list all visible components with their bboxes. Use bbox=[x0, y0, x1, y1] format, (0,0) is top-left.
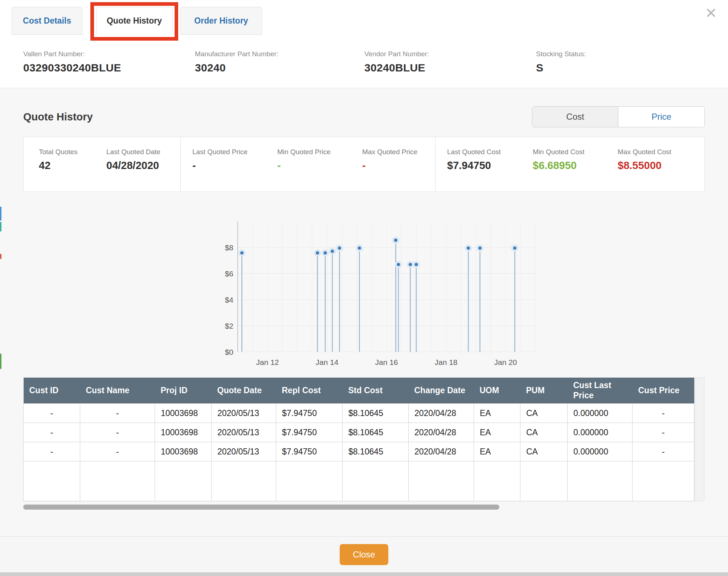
stat-min-quoted-cost: Min Quoted Cost $6.68950 bbox=[533, 148, 618, 192]
chart-y-tick-label: $8 bbox=[225, 243, 233, 252]
chart-x-tick-label: Jan 12 bbox=[256, 358, 279, 366]
quote-stats-bar: Total Quotes 42 Last Quoted Date 04/28/2… bbox=[23, 137, 705, 192]
chart-point-dot bbox=[409, 263, 412, 266]
stat-value: - bbox=[362, 160, 417, 172]
stat-max-quoted-price: Max Quoted Price - bbox=[362, 148, 417, 192]
table-cell-empty bbox=[24, 461, 80, 501]
chart-y-tick-label: $4 bbox=[225, 296, 234, 304]
section-head: Quote History Cost Price bbox=[23, 88, 705, 127]
chart-y-tick-label: $6 bbox=[225, 270, 233, 278]
table-cell: $7.94750 bbox=[276, 404, 343, 423]
table-cell: 10003698 bbox=[155, 423, 212, 442]
table-cell: - bbox=[24, 442, 80, 461]
stat-last-quoted-cost: Last Quoted Cost $7.94750 bbox=[447, 148, 533, 192]
page-edge-artifact bbox=[0, 207, 1, 221]
part-detail-modal: ✕ Cost Details Quote History Order Histo… bbox=[0, 0, 728, 576]
table-cell-empty bbox=[520, 461, 568, 501]
table-cell: $8.10645 bbox=[343, 404, 409, 423]
quote-table-area: Cust IDCust NameProj IDQuote DateRepl Co… bbox=[23, 378, 705, 501]
chart-point-dot bbox=[397, 263, 400, 266]
tab-quote-history[interactable]: Quote History bbox=[96, 7, 172, 35]
table-header-row: Cust IDCust NameProj IDQuote DateRepl Co… bbox=[24, 378, 694, 404]
vendor-part-number: Vendor Part Number: 30240BLUE bbox=[364, 50, 536, 74]
table-cell-empty bbox=[474, 461, 520, 501]
chart-point-dot bbox=[513, 246, 516, 250]
chart-x-tick-label: Jan 16 bbox=[375, 358, 398, 366]
table-cell: 2020/05/13 bbox=[212, 423, 276, 442]
table-cell: 0.000000 bbox=[568, 442, 633, 461]
table-cell: - bbox=[633, 404, 694, 423]
page-edge-artifact bbox=[0, 354, 1, 369]
stocking-status-label: Stocking Status: bbox=[536, 50, 728, 58]
vertical-scrollbar-track[interactable] bbox=[695, 378, 704, 501]
table-row: --100036982020/05/13$7.94750$8.106452020… bbox=[24, 423, 694, 442]
table-cell: 10003698 bbox=[155, 442, 212, 461]
chart-x-tick-label: Jan 20 bbox=[494, 358, 517, 366]
table-cell: $7.94750 bbox=[276, 423, 343, 442]
stocking-status-value: S bbox=[536, 62, 728, 74]
table-header-cell: Cust Name bbox=[80, 378, 155, 404]
part-info-row: Vallen Part Number: 03290330240BLUE Manu… bbox=[0, 35, 728, 74]
stats-group-cost: Last Quoted Cost $7.94750 Min Quoted Cos… bbox=[435, 137, 704, 192]
stat-value: $7.94750 bbox=[447, 160, 533, 172]
chart-point-dot bbox=[358, 246, 361, 250]
chart-point-dot bbox=[316, 251, 319, 255]
table-header-cell: Std Cost bbox=[343, 378, 409, 404]
table-cell: - bbox=[80, 423, 155, 442]
stat-value: $6.68950 bbox=[533, 160, 618, 172]
close-button[interactable]: Close bbox=[340, 544, 388, 565]
stat-label: Total Quotes bbox=[39, 148, 106, 156]
table-header-cell: Quote Date bbox=[212, 378, 276, 404]
table-row: --100036982020/05/13$7.94750$8.106452020… bbox=[24, 442, 694, 461]
chart-point-dot bbox=[240, 251, 244, 255]
chart-x-tick-label: Jan 18 bbox=[434, 358, 457, 366]
manufacturer-part-number-value: 30240 bbox=[195, 62, 364, 74]
stat-value: 04/28/2020 bbox=[106, 160, 160, 172]
toggle-cost-button[interactable]: Cost bbox=[532, 107, 618, 127]
stat-value: $8.55000 bbox=[618, 160, 671, 172]
toggle-price-button[interactable]: Price bbox=[618, 107, 704, 127]
table-header-cell: Cust Price bbox=[633, 378, 694, 404]
table-header-cell: Proj ID bbox=[155, 378, 212, 404]
tab-bar: Cost Details Quote History Order History bbox=[0, 0, 728, 35]
stat-label: Last Quoted Cost bbox=[447, 148, 533, 156]
modal-body: Quote History Cost Price Total Quotes 42… bbox=[0, 88, 728, 536]
table-cell: 0.000000 bbox=[568, 423, 633, 442]
table-cell-empty bbox=[343, 461, 409, 501]
stat-label: Max Quoted Cost bbox=[618, 148, 671, 156]
table-cell-empty bbox=[276, 461, 343, 501]
stat-label: Last Quoted Date bbox=[106, 148, 160, 156]
manufacturer-part-number: Manufacturer Part Number: 30240 bbox=[195, 50, 364, 74]
stat-value: - bbox=[277, 160, 362, 172]
chart-svg: $0$2$4$6$8Jan 12Jan 14Jan 16Jan 18Jan 20 bbox=[216, 218, 544, 369]
stat-last-quoted-price: Last Quoted Price - bbox=[192, 148, 277, 192]
quote-history-table: Cust IDCust NameProj IDQuote DateRepl Co… bbox=[23, 378, 694, 501]
vallen-part-number-value: 03290330240BLUE bbox=[23, 62, 195, 74]
vallen-part-number: Vallen Part Number: 03290330240BLUE bbox=[23, 50, 195, 74]
modal-close-icon[interactable]: ✕ bbox=[705, 6, 717, 20]
chart-y-tick-label: $0 bbox=[225, 348, 233, 356]
chart-point-dot bbox=[478, 246, 482, 250]
chart-point-dot bbox=[324, 251, 327, 255]
stat-total-quotes: Total Quotes 42 bbox=[39, 148, 106, 192]
tab-cost-details[interactable]: Cost Details bbox=[12, 7, 82, 35]
table-cell: $8.10645 bbox=[343, 442, 409, 461]
table-cell: - bbox=[80, 404, 155, 423]
horizontal-scrollbar-thumb[interactable] bbox=[23, 505, 499, 510]
table-cell: - bbox=[24, 404, 80, 423]
table-header-cell: UOM bbox=[474, 378, 520, 404]
table-cell-empty bbox=[409, 461, 474, 501]
table-cell: 2020/04/28 bbox=[409, 442, 474, 461]
table-cell-empty bbox=[633, 461, 694, 501]
vendor-part-number-value: 30240BLUE bbox=[364, 62, 536, 74]
table-cell: 2020/04/28 bbox=[409, 404, 474, 423]
table-cell: - bbox=[80, 442, 155, 461]
stat-label: Last Quoted Price bbox=[192, 148, 277, 156]
vallen-part-number-label: Vallen Part Number: bbox=[23, 50, 195, 58]
table-cell-empty bbox=[155, 461, 212, 501]
page-edge-artifact bbox=[0, 254, 1, 259]
chart-point-dot bbox=[394, 239, 397, 242]
table-cell: 2020/05/13 bbox=[212, 442, 276, 461]
tab-order-history[interactable]: Order History bbox=[180, 7, 262, 35]
stat-label: Max Quoted Price bbox=[362, 148, 417, 156]
